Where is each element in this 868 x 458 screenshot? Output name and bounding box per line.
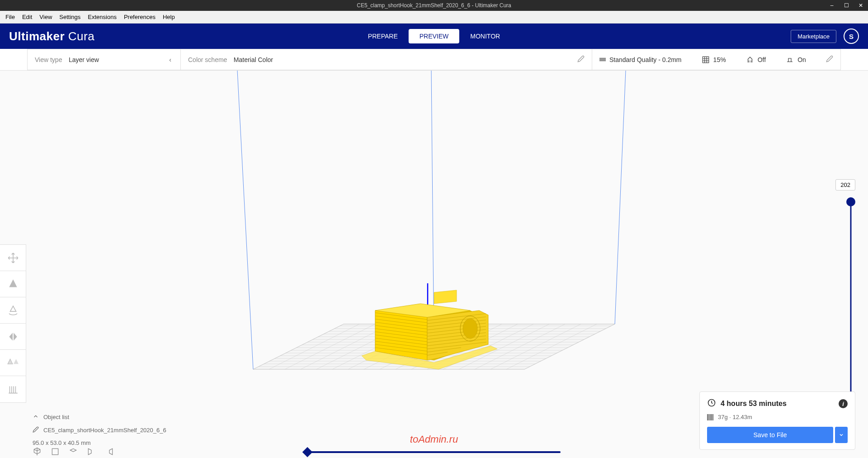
svg-point-68: [463, 319, 477, 339]
menu-help[interactable]: Help: [159, 12, 179, 22]
tab-monitor[interactable]: MONITOR: [459, 29, 511, 43]
menu-settings[interactable]: Settings: [56, 12, 84, 22]
tab-prepare[interactable]: PREPARE: [357, 29, 409, 43]
material-value: 37g · 12.43m: [718, 414, 752, 420]
print-info-panel: 4 hours 53 minutes i 37g · 12.43m Save t…: [699, 391, 855, 450]
view-left-icon[interactable]: [87, 447, 96, 458]
print-time-row: 4 hours 53 minutes i: [707, 398, 848, 409]
view-type-label: View type: [35, 56, 62, 63]
view-type-value: Layer view: [69, 56, 99, 63]
support-icon: [746, 56, 754, 64]
profile-button[interactable]: S: [844, 29, 859, 44]
app-header: Ultimaker Cura PREPARE PREVIEW MONITOR M…: [0, 24, 868, 49]
view-3d-icon[interactable]: [33, 447, 42, 458]
object-item[interactable]: CE5_clamp_shortHook_21mmShelf_2020_6_6: [33, 424, 195, 437]
rotate-tool[interactable]: [0, 297, 26, 324]
print-time-value: 4 hours 53 minutes: [721, 400, 787, 408]
svg-line-37: [237, 71, 253, 369]
infill-setting: 15%: [702, 56, 726, 64]
color-scheme-label: Color scheme: [188, 56, 227, 63]
layer-count-value[interactable]: 202: [835, 179, 855, 191]
scale-tool[interactable]: [0, 271, 26, 297]
info-icon[interactable]: i: [839, 399, 848, 408]
filament-icon: [707, 414, 713, 420]
grid-icon: [702, 56, 710, 64]
menu-file[interactable]: File: [2, 12, 19, 22]
transform-toolbar: [0, 244, 26, 403]
settings-bar: View type Layer view ‹ Color scheme Mate…: [0, 49, 868, 71]
maximize-button[interactable]: ☐: [839, 0, 854, 11]
layer-slider-track: [850, 197, 852, 406]
pencil-icon[interactable]: [826, 55, 833, 64]
view-front-icon[interactable]: [51, 447, 60, 458]
object-list-toggle[interactable]: Object list: [33, 410, 195, 424]
support-setting: Off: [746, 56, 766, 64]
color-scheme-value: Material Color: [234, 56, 273, 63]
menu-view[interactable]: View: [36, 12, 56, 22]
view-type-selector[interactable]: View type Layer view ‹: [27, 49, 181, 70]
chevron-left-icon[interactable]: ‹: [167, 54, 173, 65]
layer-slider-top-handle[interactable]: [846, 197, 855, 206]
menu-preferences[interactable]: Preferences: [120, 12, 159, 22]
window-titlebar: CE5_clamp_shortHook_21mmShelf_2020_6_6 -…: [0, 0, 868, 11]
path-slider[interactable]: [298, 450, 570, 454]
3d-viewport[interactable]: 202 Object list CE5_clamp_shortHook_21mm…: [0, 71, 868, 458]
layer-slider[interactable]: 202: [846, 179, 855, 406]
pencil-icon: [33, 426, 39, 434]
mirror-tool[interactable]: [0, 324, 26, 350]
color-scheme-selector[interactable]: Color scheme Material Color: [181, 49, 592, 70]
move-tool[interactable]: [0, 245, 26, 271]
view-orientation-icons: [33, 447, 114, 458]
support-blocker-tool[interactable]: [0, 376, 26, 402]
svg-line-39: [615, 71, 626, 324]
window-title: CE5_clamp_shortHook_21mmShelf_2020_6_6 -…: [357, 2, 511, 9]
path-slider-track: [307, 451, 561, 453]
tab-preview[interactable]: PREVIEW: [409, 29, 460, 43]
print-settings-summary[interactable]: Standard Quality - 0.2mm 15% Off On: [592, 49, 841, 70]
close-button[interactable]: ✕: [854, 0, 868, 11]
chevron-up-icon: [33, 413, 39, 421]
menu-bar: File Edit View Settings Extensions Prefe…: [0, 11, 868, 24]
app-logo: Ultimaker Cura: [9, 29, 94, 43]
object-name: CE5_clamp_shortHook_21mmShelf_2020_6_6: [43, 427, 166, 434]
stage-tabs: PREPARE PREVIEW MONITOR: [357, 29, 511, 43]
clock-icon: [707, 398, 716, 409]
svg-rect-0: [703, 57, 709, 63]
marketplace-button[interactable]: Marketplace: [791, 30, 836, 43]
menu-edit[interactable]: Edit: [19, 12, 36, 22]
svg-rect-69: [52, 448, 58, 454]
save-dropdown-button[interactable]: [835, 427, 848, 443]
menu-extensions[interactable]: Extensions: [84, 12, 120, 22]
mesh-settings-tool[interactable]: [0, 350, 26, 376]
object-list-panel: Object list CE5_clamp_shortHook_21mmShel…: [33, 410, 195, 449]
quality-setting: Standard Quality - 0.2mm: [599, 56, 682, 63]
layers-icon: [599, 58, 606, 61]
save-row: Save to File: [707, 427, 848, 443]
adhesion-setting: On: [786, 56, 806, 64]
window-controls: – ☐ ✕: [825, 0, 868, 11]
adhesion-icon: [786, 56, 794, 64]
save-to-file-button[interactable]: Save to File: [707, 427, 833, 443]
pencil-icon[interactable]: [577, 55, 585, 64]
minimize-button[interactable]: –: [825, 0, 839, 11]
material-row: 37g · 12.43m: [707, 414, 848, 420]
view-right-icon[interactable]: [105, 447, 114, 458]
view-top-icon[interactable]: [69, 447, 78, 458]
